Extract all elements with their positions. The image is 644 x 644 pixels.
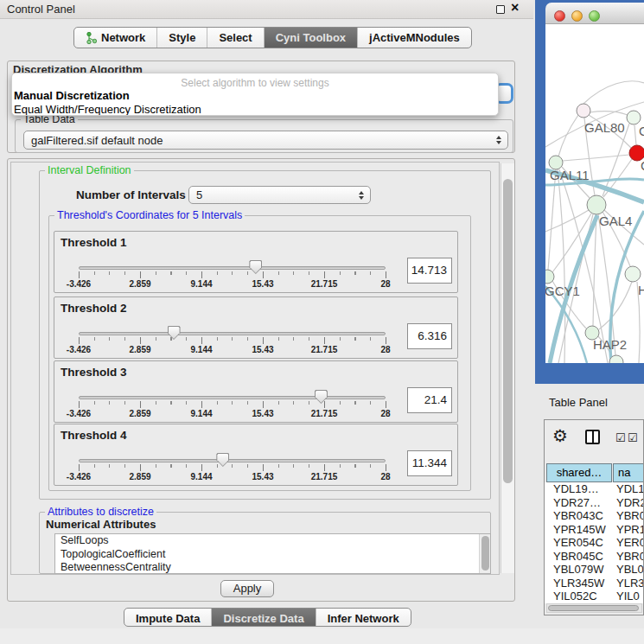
tab-impute-data[interactable]: Impute Data (124, 609, 211, 627)
tick-label: 28 (364, 345, 407, 354)
tick-label: 2.859 (118, 409, 162, 418)
tick-label: -3.426 (57, 345, 100, 354)
cell-shared-name: YER054C (553, 536, 603, 550)
column-header-shared[interactable]: shared… (546, 463, 612, 482)
column-layout-icon[interactable] (585, 430, 600, 444)
table-row[interactable]: YDR27…YDR2 (545, 496, 644, 510)
slider-major-ticks (79, 271, 387, 278)
cell-name: YDR2 (616, 496, 644, 510)
table-row[interactable]: YLR345WYLR3 (545, 577, 644, 590)
table-row[interactable]: YIL052CYIL0 (545, 590, 644, 603)
threshold-3-label: Threshold 3 (61, 366, 127, 379)
scrollbar-thumb[interactable] (481, 536, 489, 571)
table-row[interactable]: YBR043CYBR0 (545, 509, 644, 523)
number-of-intervals-combobox[interactable]: 5 (188, 186, 371, 204)
scrollbar-thumb[interactable] (503, 179, 513, 483)
tab-style[interactable]: Style (156, 28, 207, 48)
cell-name: YBR0 (616, 550, 644, 564)
settings-vertical-scrollbar[interactable] (501, 163, 514, 573)
close-traffic-light[interactable] (554, 10, 565, 22)
tick-label: 15.43 (241, 472, 284, 481)
tick-label: 9.144 (180, 279, 223, 289)
table-horizontal-scrollbar[interactable] (546, 603, 642, 613)
network-canvas[interactable]: GAL80 G. GAL11 C GAL4 GCY1 H HAP2 (545, 24, 644, 363)
tab-network-label: Network (101, 31, 145, 44)
tick-label: -3.426 (57, 279, 100, 289)
node[interactable] (625, 266, 641, 282)
cell-shared-name: YBR043C (553, 509, 603, 523)
table-row[interactable]: YPR145WYPR1 (545, 523, 644, 537)
slider-track[interactable] (79, 332, 386, 335)
slider-major-ticks (79, 401, 387, 408)
node-gal4[interactable] (587, 195, 606, 214)
checkbox-icon[interactable]: ☑ (628, 431, 638, 444)
tab-jactivemnodules[interactable]: jActiveMNodules (357, 28, 471, 48)
slider-major-ticks (79, 464, 387, 471)
popup-item-equal-width-frequency[interactable]: Equal Width/Frequency Discretization (12, 103, 498, 117)
slider-track[interactable] (79, 396, 386, 399)
cell-shared-name: YDL19… (553, 482, 599, 496)
attribute-list-item[interactable]: TopologicalCoefficient (55, 548, 490, 562)
threshold-3-value[interactable]: 21.4 (407, 387, 452, 413)
tab-infer-network-label: Infer Network (328, 612, 399, 625)
zoom-traffic-light[interactable] (589, 10, 600, 22)
tab-select[interactable]: Select (207, 28, 263, 48)
tab-network[interactable]: Network (74, 28, 156, 48)
node[interactable] (627, 111, 641, 124)
bottom-strip (0, 628, 644, 644)
cell-name: YLR3 (616, 577, 644, 590)
popup-item-manual-discretization[interactable]: Manual Discretization (12, 89, 498, 103)
network-icon (86, 32, 97, 44)
minimize-traffic-light[interactable] (571, 10, 583, 22)
slider-track[interactable] (79, 459, 386, 462)
table-row[interactable]: YBL079WYBL0 (545, 563, 644, 577)
tab-select-label: Select (219, 31, 252, 44)
gear-icon[interactable]: ⚙ (552, 425, 568, 446)
numerical-attributes-list[interactable]: SelfLoopsTopologicalCoefficientBetweenne… (54, 533, 491, 574)
slider-track[interactable] (79, 266, 386, 270)
column-header-name[interactable]: na (613, 463, 644, 482)
top-tab-bar: Network Style Select Cyni Toolbox jActiv… (73, 27, 472, 48)
tab-discretize-data-label: Discretize Data (223, 612, 303, 625)
attribute-list-item[interactable]: BetweennessCentrality (55, 561, 490, 574)
table-data-combobox[interactable]: galFiltered.sif default node (23, 131, 508, 150)
tab-discretize-data[interactable]: Discretize Data (211, 609, 315, 627)
tab-style-label: Style (169, 31, 195, 44)
tick-label: 21.715 (303, 279, 346, 289)
float-window-icon[interactable] (496, 5, 505, 14)
number-of-intervals-label: Number of Intervals (76, 188, 186, 201)
attributes-list-scrollbar[interactable] (479, 534, 490, 573)
cell-name: YIL0 (616, 590, 640, 603)
scrollbar-thumb[interactable] (548, 605, 639, 611)
tick-label: 2.859 (118, 345, 162, 354)
node-label: GAL4 (599, 214, 632, 228)
tab-cyni-toolbox[interactable]: Cyni Toolbox (264, 28, 357, 48)
tick-labels: -3.4262.8599.14415.4321.71528 (79, 279, 386, 290)
table-row[interactable]: YER054CYER0 (545, 536, 644, 550)
threshold-1-value[interactable]: 14.713 (407, 258, 452, 284)
table-panel: ⚙ ☑ ☑ shared… na YDL19…YDL1YDR27…YDR2YBR… (544, 419, 644, 615)
combo-stepper-icon (359, 191, 364, 200)
algorithm-dropdown-popup: Select algorithm to view settings Manual… (11, 73, 499, 116)
checkbox-icon[interactable]: ☑ (615, 431, 626, 444)
tab-infer-network[interactable]: Infer Network (316, 609, 411, 627)
thresholds-legend: Threshold's Coordinates for 5 Intervals (54, 209, 245, 221)
apply-button[interactable]: Apply (220, 580, 274, 597)
threshold-4-box: Threshold 4 -3.4262.8599.14415.4321.7152… (54, 424, 458, 486)
cell-name: YBR0 (616, 509, 644, 523)
node-gal80[interactable] (577, 104, 590, 118)
table-row[interactable]: YDL19…YDL1 (545, 482, 644, 496)
close-icon[interactable]: × (511, 0, 519, 16)
cell-shared-name: YBR045C (553, 550, 603, 564)
threshold-4-value[interactable]: 11.344 (407, 450, 452, 476)
combo-stepper-icon (496, 136, 501, 144)
table-row[interactable]: YBR045CYBR0 (545, 550, 644, 564)
tick-label: 9.144 (180, 472, 223, 481)
attribute-list-item[interactable]: SelfLoops (55, 534, 490, 548)
attributes-legend: Attributes to discretize (45, 506, 156, 518)
tab-cyni-toolbox-label: Cyni Toolbox (276, 31, 346, 44)
threshold-2-value[interactable]: 6.316 (407, 323, 452, 349)
network-window-titlebar[interactable] (545, 3, 644, 24)
tick-label: 2.859 (118, 472, 162, 481)
tick-label: 2.859 (118, 279, 162, 289)
